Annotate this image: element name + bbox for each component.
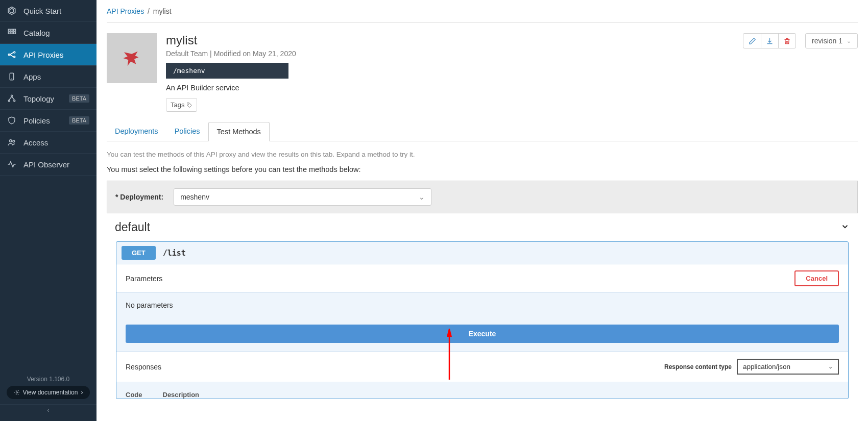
execute-button[interactable]: Execute <box>126 325 839 343</box>
proxy-logo <box>107 33 157 83</box>
responses-section-header: Responses Response content type applicat… <box>116 351 848 382</box>
shield-icon <box>7 116 16 125</box>
view-documentation-button[interactable]: View documentation › <box>7 386 90 399</box>
svg-rect-6 <box>11 32 13 34</box>
sidebar-item-topology[interactable]: Topology BETA <box>0 88 97 110</box>
download-button[interactable] <box>761 34 778 48</box>
deployment-select[interactable]: meshenv ⌄ <box>174 188 431 206</box>
svg-line-18 <box>9 96 12 100</box>
svg-point-8 <box>8 54 10 56</box>
beta-badge: BETA <box>69 94 89 103</box>
response-content-type-value: application/json <box>743 363 790 370</box>
proxy-icon <box>7 50 16 59</box>
sidebar-item-policies[interactable]: Policies BETA <box>0 110 97 132</box>
parameters-label: Parameters <box>126 275 162 283</box>
sidebar-label: Catalog <box>23 29 50 37</box>
svg-point-21 <box>13 140 15 142</box>
delete-button[interactable] <box>778 34 795 48</box>
sidebar-item-api-observer[interactable]: API Observer <box>0 154 97 176</box>
activity-icon <box>7 160 16 169</box>
chevron-down-icon: ⌄ <box>828 363 833 370</box>
section-header[interactable]: default <box>107 213 858 241</box>
code-column-header: Code <box>126 391 142 399</box>
svg-point-10 <box>14 56 15 58</box>
tags-label: Tags <box>171 101 184 109</box>
tab-test-methods[interactable]: Test Methods <box>208 122 270 141</box>
chevron-left-icon: ‹ <box>47 407 50 414</box>
breadcrumb-parent[interactable]: API Proxies <box>107 7 144 15</box>
view-docs-label: View documentation <box>23 389 78 396</box>
main-content: API Proxies / mylist mylist Default Team… <box>97 0 868 419</box>
settings-required-text: You must select the following settings b… <box>107 165 858 181</box>
breadcrumb-current: mylist <box>153 7 172 15</box>
sidebar-label: Topology <box>23 94 54 103</box>
svg-point-17 <box>14 100 15 102</box>
collapse-sidebar-button[interactable]: ‹ <box>0 404 97 416</box>
svg-point-20 <box>10 140 12 142</box>
tag-icon <box>186 102 192 108</box>
svg-line-12 <box>10 55 14 57</box>
sidebar-label: Access <box>23 138 48 147</box>
tab-hint-text: You can test the methods of this API pro… <box>107 141 858 165</box>
svg-rect-4 <box>14 29 16 31</box>
chevron-right-icon: › <box>81 389 83 396</box>
chevron-down-icon: ⌄ <box>419 193 425 201</box>
response-table-header: Code Description <box>116 382 848 399</box>
operation-header[interactable]: GET /list <box>116 242 848 264</box>
deployment-selector-bar: * Deployment: meshenv ⌄ <box>107 181 858 213</box>
tab-policies[interactable]: Policies <box>166 122 208 141</box>
breadcrumb: API Proxies / mylist <box>107 0 858 23</box>
tabs: Deployments Policies Test Methods <box>107 122 858 141</box>
svg-point-16 <box>8 100 10 102</box>
svg-rect-2 <box>8 29 10 31</box>
trash-icon <box>783 37 791 45</box>
svg-point-9 <box>14 52 15 53</box>
section-title: default <box>115 220 150 234</box>
tags-button[interactable]: Tags <box>166 98 197 112</box>
version-text: Version 1.106.0 <box>0 376 97 383</box>
svg-rect-3 <box>11 29 13 31</box>
response-content-type-select[interactable]: application/json ⌄ <box>737 359 839 375</box>
breadcrumb-separator: / <box>148 7 150 15</box>
revision-label: revision 1 <box>812 37 842 45</box>
phone-icon <box>7 72 16 81</box>
chevron-down-icon: ⌄ <box>847 38 851 44</box>
pencil-icon <box>749 37 756 45</box>
deployment-label: * Deployment: <box>115 193 163 201</box>
grid-icon <box>7 28 16 37</box>
sidebar-item-api-proxies[interactable]: API Proxies <box>0 44 97 66</box>
operation-block: GET /list Parameters Cancel No parameter… <box>116 241 849 399</box>
sidebar-label: API Proxies <box>23 51 63 59</box>
tab-deployments[interactable]: Deployments <box>107 122 166 141</box>
no-parameters-text: No parameters <box>126 301 839 309</box>
sidebar-label: API Observer <box>23 160 69 169</box>
page-title: mylist <box>166 33 734 47</box>
sidebar: Quick Start Catalog API Proxies Apps Top… <box>0 0 97 419</box>
edit-button[interactable] <box>743 34 761 48</box>
svg-point-23 <box>188 104 189 105</box>
download-icon <box>766 37 774 45</box>
sidebar-item-apps[interactable]: Apps <box>0 66 97 88</box>
action-icons <box>743 33 796 48</box>
svg-rect-5 <box>8 32 10 34</box>
page-subtitle: Default Team | Modified on May 21, 2020 <box>166 49 734 58</box>
sidebar-item-quick-start[interactable]: Quick Start <box>0 0 97 22</box>
proxy-description: An API Builder service <box>166 84 734 92</box>
deployment-value: meshenv <box>180 193 209 201</box>
svg-line-11 <box>10 53 14 55</box>
bird-icon <box>122 48 142 68</box>
cancel-button[interactable]: Cancel <box>794 270 839 286</box>
method-badge: GET <box>122 246 156 260</box>
parameters-section-header: Parameters Cancel <box>116 264 848 293</box>
sidebar-item-catalog[interactable]: Catalog <box>0 22 97 44</box>
sidebar-item-access[interactable]: Access <box>0 132 97 154</box>
revision-dropdown[interactable]: revision 1 ⌄ <box>805 33 858 48</box>
chevron-down-icon <box>840 222 850 233</box>
beta-badge: BETA <box>69 116 89 125</box>
svg-line-19 <box>12 96 14 100</box>
sidebar-label: Apps <box>23 72 41 81</box>
sidebar-label: Quick Start <box>23 7 61 15</box>
hexagon-icon <box>7 6 16 15</box>
topology-icon <box>7 94 16 103</box>
gear-icon <box>14 389 20 395</box>
